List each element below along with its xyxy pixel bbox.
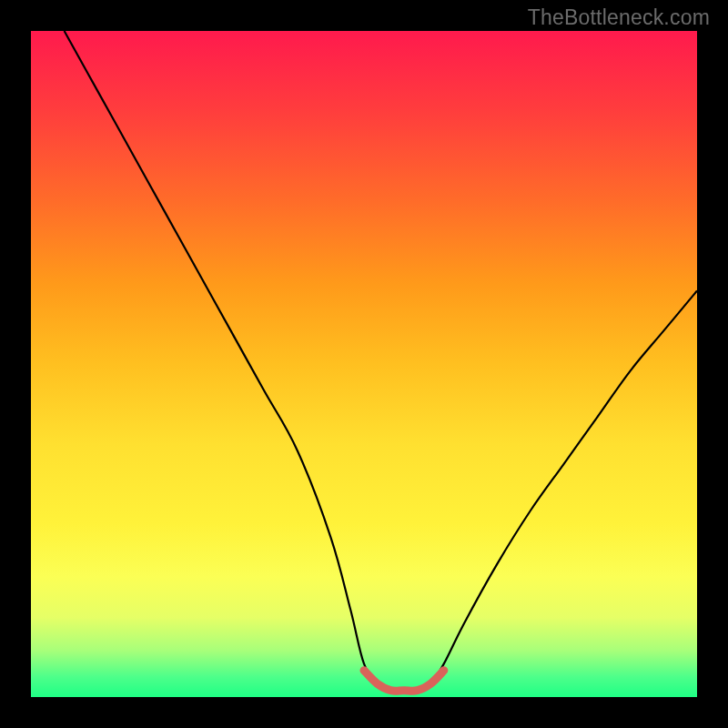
main-curve [65,31,697,691]
chart-svg [31,31,697,697]
bottom-mark [364,671,444,692]
watermark-label: TheBottleneck.com [528,5,710,30]
plot-area [31,31,697,697]
chart-frame: TheBottleneck.com [0,0,728,728]
